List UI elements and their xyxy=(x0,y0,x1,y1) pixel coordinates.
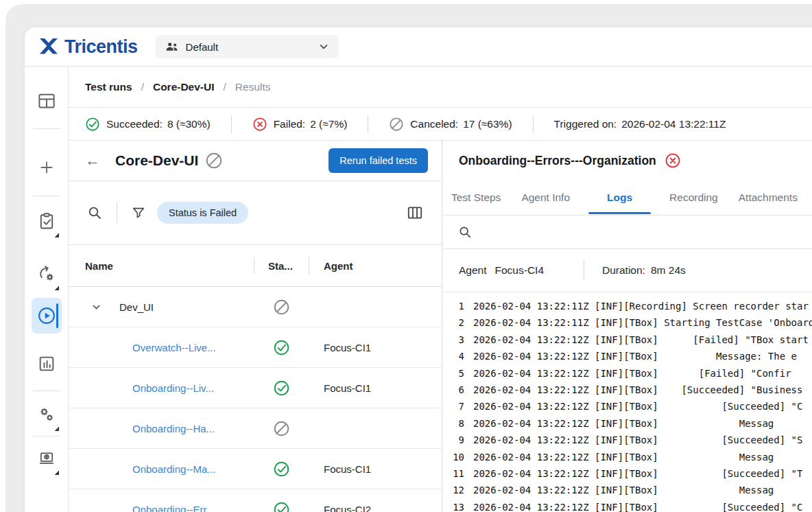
log-line-number: 10 xyxy=(449,449,464,465)
succeeded-stat: Succeeded: 8 (≈30%) xyxy=(85,117,211,132)
test-case-link[interactable]: Onboarding--Ha... xyxy=(132,423,215,434)
breadcrumb-separator: / xyxy=(224,81,226,93)
table-row[interactable]: Overwatch--Live...Focus-CI1 xyxy=(69,327,442,368)
triggered-stat: Triggered on: 2026-02-04 13:22:11Z xyxy=(554,118,726,130)
log-line: 82026-02-04 13:22:12Z [INF][TBox] Messag xyxy=(449,415,812,432)
duration-label: Duration: xyxy=(602,264,645,277)
status-cell xyxy=(254,420,309,437)
search-icon[interactable] xyxy=(86,205,103,221)
triggered-label: Triggered on: xyxy=(554,118,617,130)
expand-chevron[interactable] xyxy=(91,302,102,312)
columns-button[interactable] xyxy=(406,204,424,222)
duration-value: 8m 24s xyxy=(651,264,686,277)
log-line-text: 2026-02-04 13:22:12Z [INF][TBox] Messag xyxy=(473,449,774,465)
column-header-status[interactable]: Sta... xyxy=(254,260,309,272)
log-line-number: 3 xyxy=(449,331,464,348)
test-detail-header: Onboarding--Errors---Organization xyxy=(442,141,812,181)
log-line-text: 2026-02-04 13:22:12Z [INF][TBox] [Succee… xyxy=(473,432,802,448)
table-row[interactable]: Onboarding--Ma...Focus-CI1 xyxy=(69,449,442,489)
succeeded-icon xyxy=(273,339,290,356)
log-line: 132026-02-04 13:22:12Z [INF][TBox] [Succ… xyxy=(449,499,812,512)
tab-attachments[interactable]: Attachments xyxy=(739,191,798,204)
workspace-label: Default xyxy=(186,41,219,53)
test-case-link[interactable]: Onboarding--Liv... xyxy=(132,382,214,394)
canceled-icon xyxy=(205,152,223,170)
test-detail-panel: Onboarding--Errors---Organization Test S… xyxy=(442,141,812,512)
filter-chip-status-failed[interactable]: Status is Failed xyxy=(157,202,248,224)
chevron-down-icon xyxy=(318,41,329,52)
chevron-down-icon[interactable] xyxy=(91,302,102,312)
sidebar-item-dashboard[interactable] xyxy=(32,89,62,113)
sidebar-item-reports[interactable] xyxy=(32,351,62,376)
breadcrumb: Test runs / Core-Dev-UI / Results xyxy=(69,67,812,108)
sidebar-divider xyxy=(33,196,60,196)
succeeded-icon xyxy=(273,461,290,478)
test-run-panel: ← Core-Dev-UI Rerun failed tests Status … xyxy=(69,141,442,512)
tab-logs[interactable]: Logs xyxy=(607,191,632,204)
column-header-agent[interactable]: Agent xyxy=(309,260,353,272)
breadcrumb-separator: / xyxy=(141,81,144,93)
workspace-selector[interactable]: Default xyxy=(156,35,339,58)
succeeded-label: Succeeded: xyxy=(106,118,163,130)
log-line-number: 12 xyxy=(449,482,464,498)
column-header-name[interactable]: Name xyxy=(69,260,254,272)
log-line-text: 2026-02-04 13:22:12Z [INF][TBox] [Succee… xyxy=(473,382,802,398)
filter-icon[interactable] xyxy=(131,205,146,220)
succeeded-value: 8 (≈30%) xyxy=(167,118,211,130)
sidebar xyxy=(25,67,69,512)
back-button[interactable]: ← xyxy=(85,153,100,168)
tab-recording[interactable]: Recording xyxy=(669,191,718,204)
failed-icon xyxy=(665,152,681,169)
table-row[interactable]: Onboarding--Ha... xyxy=(69,408,442,449)
failed-label: Failed: xyxy=(274,118,306,130)
breadcrumb-run-name[interactable]: Core-Dev-UI xyxy=(153,81,215,93)
succeeded-icon xyxy=(85,117,100,132)
succeeded-icon xyxy=(273,380,290,397)
tab-test-steps[interactable]: Test Steps xyxy=(451,191,501,204)
canceled-icon xyxy=(389,117,404,132)
results-table-body: Dev_UIOverwatch--Live...Focus-CI1Onboard… xyxy=(69,287,442,512)
group-icon xyxy=(165,41,179,52)
test-case-link[interactable]: Onboarding--Err... xyxy=(132,504,215,512)
log-line-text: 2026-02-04 13:22:11Z [INF][Recording] Sc… xyxy=(473,298,809,314)
log-line: 62026-02-04 13:22:12Z [INF][TBox] [Succe… xyxy=(449,382,812,398)
sidebar-item-test-runs[interactable] xyxy=(32,298,62,334)
log-viewer[interactable]: 12026-02-04 13:22:11Z [INF][Recording] S… xyxy=(442,292,812,512)
test-case-link[interactable]: Onboarding--Ma... xyxy=(132,463,216,475)
log-line-number: 7 xyxy=(449,398,464,415)
status-cell xyxy=(254,299,309,316)
sidebar-item-test-cases[interactable] xyxy=(32,209,62,233)
log-line: 42026-02-04 13:22:12Z [INF][TBox] Messag… xyxy=(449,348,812,364)
breadcrumb-test-runs[interactable]: Test runs xyxy=(85,81,132,93)
log-line-number: 11 xyxy=(449,465,464,482)
flyout-corner xyxy=(54,470,59,475)
top-bar: Tricentis Default xyxy=(25,27,812,67)
log-line-number: 13 xyxy=(449,499,464,512)
sidebar-item-settings[interactable] xyxy=(32,402,62,427)
columns-icon xyxy=(406,204,424,222)
table-row[interactable]: Onboarding--Err...Focus-CI2 xyxy=(69,489,442,512)
table-row[interactable]: Onboarding--Liv...Focus-CI1 xyxy=(69,368,442,408)
agent-value: Focus-CI4 xyxy=(495,264,545,277)
status-cell xyxy=(254,339,309,356)
triggered-value: 2026-02-04 13:22:11Z xyxy=(621,118,726,130)
test-case-link[interactable]: Overwatch--Live... xyxy=(132,342,216,353)
sidebar-item-execution[interactable] xyxy=(32,261,62,286)
log-line: 92026-02-04 13:22:12Z [INF][TBox] [Succe… xyxy=(449,432,812,448)
bar-chart-icon xyxy=(37,354,56,373)
log-line-number: 2 xyxy=(449,314,464,331)
sidebar-item-add[interactable] xyxy=(32,155,62,180)
failed-icon xyxy=(252,117,267,132)
rerun-failed-tests-button[interactable]: Rerun failed tests xyxy=(329,148,428,173)
table-row[interactable]: Dev_UI xyxy=(69,287,442,327)
status-divider xyxy=(368,115,368,133)
sidebar-item-environments[interactable] xyxy=(32,446,62,471)
tab-agent-info[interactable]: Agent Info xyxy=(521,191,570,204)
name-cell: Onboarding--Ha... xyxy=(69,423,254,434)
flyout-corner xyxy=(54,286,59,290)
name-cell: Onboarding--Liv... xyxy=(69,382,254,394)
log-search[interactable] xyxy=(442,216,812,249)
log-line-number: 9 xyxy=(449,432,464,448)
canceled-label: Canceled: xyxy=(410,118,458,130)
run-title: Core-Dev-UI xyxy=(115,152,198,169)
